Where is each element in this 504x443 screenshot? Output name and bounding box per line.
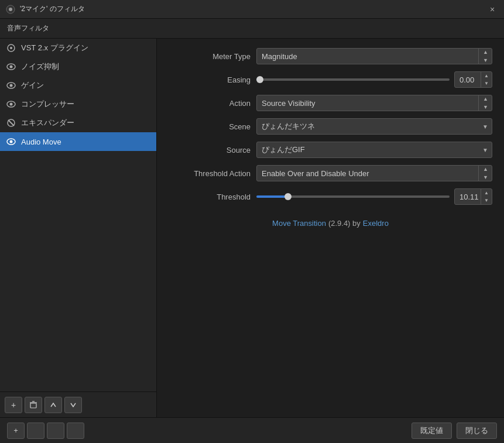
filter-list: VST 2.x プラグイン ノイズ抑制 ゲイン bbox=[0, 39, 156, 392]
scene-label: Scene bbox=[169, 122, 251, 131]
easing-increment-button[interactable]: ▲ bbox=[481, 72, 492, 80]
svg-rect-14 bbox=[30, 403, 36, 408]
action-select-wrapper: Source Visibility Source Enable Move Sou… bbox=[256, 95, 492, 111]
svg-point-7 bbox=[10, 84, 13, 87]
title-bar-left: '2マイク' のフィルタ bbox=[6, 4, 85, 14]
svg-point-5 bbox=[10, 66, 13, 68]
add-filter-button[interactable]: + bbox=[5, 397, 22, 413]
svg-point-9 bbox=[10, 103, 13, 106]
easing-control: 0.00 ▲ ▼ bbox=[256, 71, 492, 88]
meter-type-up-arrow[interactable]: ▲ bbox=[479, 48, 492, 56]
threshold-slider[interactable] bbox=[256, 195, 450, 198]
meter-type-select[interactable]: Magnitude Peak True Peak bbox=[256, 48, 492, 64]
filter-item-audiomove[interactable]: Audio Move bbox=[0, 132, 156, 151]
app-icon bbox=[6, 5, 15, 14]
action-control: Source Visibility Source Enable Move Sou… bbox=[256, 95, 492, 111]
content-area: VST 2.x プラグイン ノイズ抑制 ゲイン bbox=[0, 39, 504, 417]
defaults-button[interactable]: 既定値 bbox=[412, 423, 452, 439]
left-panel: VST 2.x プラグイン ノイズ抑制 ゲイン bbox=[0, 39, 157, 417]
threshold-row: Threshold 10.11 ▲ ▼ bbox=[169, 188, 492, 205]
meter-type-row: Meter Type Magnitude Peak True Peak ▲ ▼ bbox=[169, 48, 492, 64]
easing-decrement-button[interactable]: ▼ bbox=[481, 80, 492, 87]
svg-point-3 bbox=[10, 47, 12, 49]
chevron-up-icon bbox=[50, 403, 56, 407]
meter-type-control: Magnitude Peak True Peak ▲ ▼ bbox=[256, 48, 492, 64]
move-down-bottom-button[interactable] bbox=[67, 423, 84, 439]
threshold-decrement-button[interactable]: ▼ bbox=[481, 197, 492, 204]
filter-item-expander[interactable]: エキスパンダー bbox=[0, 114, 156, 132]
main-container: 音声フィルタ VST 2.x プラグイン ノイズ抑制 bbox=[0, 19, 504, 443]
right-footer-buttons: 既定値 閉じる bbox=[412, 423, 497, 439]
trash-icon bbox=[29, 401, 37, 409]
move-up-button[interactable] bbox=[44, 397, 62, 413]
source-dropdown[interactable]: ぴょんだGIF bbox=[256, 142, 492, 158]
easing-slider[interactable] bbox=[256, 78, 450, 81]
add-bottom-button[interactable]: + bbox=[7, 423, 25, 439]
svg-line-10 bbox=[8, 120, 14, 126]
filter-label-expander: エキスパンダー bbox=[21, 118, 74, 128]
right-panel: Meter Type Magnitude Peak True Peak ▲ ▼ bbox=[157, 39, 504, 417]
title-bar: '2マイク' のフィルタ × bbox=[0, 0, 504, 19]
filter-item-noise[interactable]: ノイズ抑制 bbox=[0, 57, 156, 76]
filter-label-noise: ノイズ抑制 bbox=[21, 61, 59, 72]
threshold-action-arrows: ▲ ▼ bbox=[478, 165, 492, 181]
threshold-action-label: Threshold Action bbox=[169, 169, 251, 178]
filter-label-audiomove: Audio Move bbox=[21, 138, 61, 146]
scene-dropdown-wrapper: ぴょんだキツネ ▼ bbox=[256, 118, 492, 135]
threshold-spinner-btns: ▲ ▼ bbox=[481, 189, 492, 204]
scene-value: ぴょんだキツネ bbox=[262, 121, 315, 132]
filter-label-vst: VST 2.x プラグイン bbox=[21, 43, 88, 53]
move-transition-link[interactable]: Move Transition bbox=[272, 219, 326, 228]
filter-item-compressor[interactable]: コンプレッサー bbox=[0, 95, 156, 114]
action-arrows: ▲ ▼ bbox=[478, 95, 492, 111]
source-row: Source ぴょんだGIF ▼ bbox=[169, 142, 492, 158]
easing-value: 0.00 bbox=[455, 75, 481, 84]
noise-eye-icon bbox=[6, 61, 16, 72]
close-button-main[interactable]: 閉じる bbox=[457, 423, 497, 439]
filter-item-vst[interactable]: VST 2.x プラグイン bbox=[0, 39, 156, 57]
meter-type-down-arrow[interactable]: ▼ bbox=[479, 56, 492, 64]
threshold-action-up-arrow[interactable]: ▲ bbox=[479, 165, 492, 173]
window-title: '2マイク' のフィルタ bbox=[20, 4, 85, 14]
threshold-label: Threshold bbox=[169, 193, 251, 201]
threshold-action-down-arrow[interactable]: ▼ bbox=[479, 173, 492, 181]
meter-type-arrows: ▲ ▼ bbox=[478, 48, 492, 64]
source-label: Source bbox=[169, 146, 251, 154]
action-up-arrow[interactable]: ▲ bbox=[479, 95, 492, 103]
left-footer-buttons: + bbox=[7, 423, 84, 439]
expander-slash-icon bbox=[6, 118, 16, 128]
bottom-bar: + 既定値 閉じる bbox=[0, 417, 504, 443]
threshold-control: 10.11 ▲ ▼ bbox=[256, 188, 492, 205]
scene-dropdown[interactable]: ぴょんだキツネ bbox=[256, 118, 492, 135]
source-dropdown-wrapper: ぴょんだGIF ▼ bbox=[256, 142, 492, 158]
action-label: Action bbox=[169, 99, 251, 108]
meter-type-select-wrapper: Magnitude Peak True Peak ▲ ▼ bbox=[256, 48, 492, 64]
move-up-bottom-button[interactable] bbox=[47, 423, 64, 439]
delete-filter-button[interactable] bbox=[25, 397, 42, 413]
delete-bottom-button[interactable] bbox=[27, 423, 44, 439]
move-down-button[interactable] bbox=[64, 397, 82, 413]
attribution-row: Move Transition (2.9.4) by Exeldro bbox=[169, 219, 492, 228]
author-link[interactable]: Exeldro bbox=[363, 219, 389, 228]
threshold-action-row: Threshold Action Enable Over and Disable… bbox=[169, 165, 492, 181]
easing-row: Easing 0.00 ▲ ▼ bbox=[169, 71, 492, 88]
section-label: 音声フィルタ bbox=[0, 19, 504, 39]
action-down-arrow[interactable]: ▼ bbox=[479, 103, 492, 111]
scene-row: Scene ぴょんだキツネ ▼ bbox=[169, 118, 492, 135]
easing-spinner-btns: ▲ ▼ bbox=[481, 72, 492, 87]
source-control: ぴょんだGIF ▼ bbox=[256, 142, 492, 158]
filter-label-compressor: コンプレッサー bbox=[21, 99, 74, 109]
threshold-action-control: Enable Over and Disable Under Disable Ov… bbox=[256, 165, 492, 181]
threshold-value: 10.11 bbox=[455, 193, 481, 201]
filter-label-gain: ゲイン bbox=[21, 80, 44, 91]
action-select[interactable]: Source Visibility Source Enable Move Sou… bbox=[256, 95, 492, 111]
chevron-down-icon bbox=[70, 403, 76, 407]
threshold-action-select[interactable]: Enable Over and Disable Under Disable Ov… bbox=[256, 165, 492, 181]
vst-icon bbox=[6, 43, 16, 53]
action-row: Action Source Visibility Source Enable M… bbox=[169, 95, 492, 111]
filter-item-gain[interactable]: ゲイン bbox=[0, 76, 156, 95]
attribution-version: (2.9.4) by bbox=[328, 219, 361, 228]
close-button[interactable]: × bbox=[486, 4, 498, 15]
threshold-increment-button[interactable]: ▲ bbox=[481, 189, 492, 197]
threshold-action-select-wrapper: Enable Over and Disable Under Disable Ov… bbox=[256, 165, 492, 181]
